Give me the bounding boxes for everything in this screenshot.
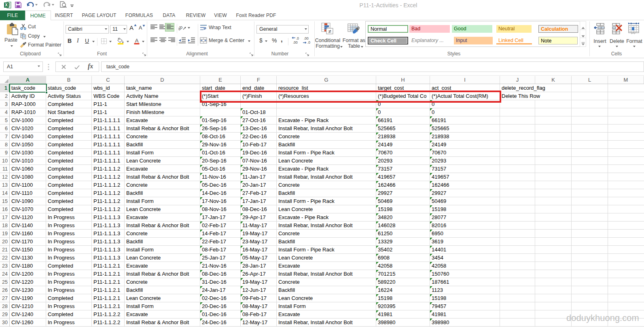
svg-text:.00: .00 — [293, 40, 298, 44]
svg-text:.0: .0 — [307, 40, 310, 44]
svg-text:X: X — [5, 3, 8, 7]
svg-text:.00: .00 — [304, 36, 309, 40]
svg-text:ab: ab — [178, 24, 184, 31]
svg-text:.0: .0 — [296, 36, 299, 40]
svg-text:≠: ≠ — [328, 28, 331, 34]
svg-text:A: A — [135, 38, 139, 44]
